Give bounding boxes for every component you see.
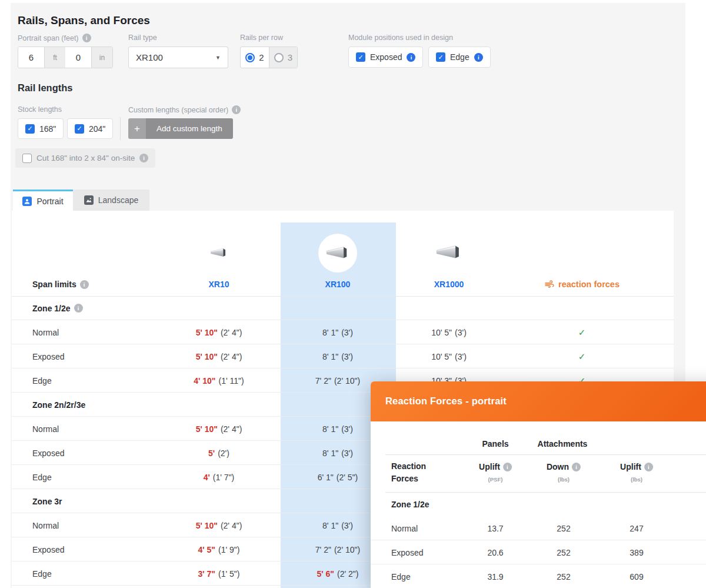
plus-icon: + [128,118,146,139]
custom-lengths-label: Custom lengths (special order) i [128,105,241,114]
dialog-title: Reaction Forces - portrait [385,396,507,407]
cell-xr100: 8' 1"(3') [322,441,353,465]
cell-down-lbs: 252 [557,516,570,540]
divider [385,492,706,493]
cell-uplift-psf: 31.9 [487,564,503,588]
rail-type-label: Rail type [128,34,157,42]
air-forces-icon [544,279,555,290]
tab-portrait[interactable]: Portrait [13,190,73,211]
tab-landscape[interactable]: Landscape [73,190,149,211]
reaction-forces-dialog: Reaction Forces - portrait Panels Attach… [371,381,706,588]
rails-per-row-option-2[interactable]: 2 [241,47,269,68]
row-label: Normal [32,320,59,344]
chevron-down-icon: ▼ [215,55,221,61]
column-header-uplift-lbs: Uplift i [620,460,653,474]
section-name: Zone 2n/2r/3e [32,393,85,417]
row-label: Normal [32,513,59,537]
row-label: Normal [32,417,59,441]
row-label: Exposed [32,344,64,368]
cell-xr100: 7' 2"(2' 10") [315,537,360,562]
column-header-reaction-forces[interactable]: reaction forces [544,275,620,293]
rail-type-select[interactable]: XR100 ▼ [128,46,228,68]
row-label: Exposed [391,540,423,564]
portrait-icon [22,197,32,206]
dialog-header[interactable]: Reaction Forces - portrait [371,381,706,421]
cell-xr10: 5' 10"(2' 4") [196,513,242,537]
unit-label-lbs: (lbs) [558,476,570,483]
unit-label-psf: (PSF) [488,476,503,483]
info-icon[interactable]: i [644,463,653,471]
cell-down-lbs: 252 [557,540,570,564]
column-header-xr10[interactable]: XR10 [208,275,229,293]
row-label: Exposed [32,441,64,465]
xr100-rail-image [326,246,350,261]
rails-per-row-option-3[interactable]: 3 [269,47,297,68]
column-header-down-lbs: Down i [547,460,581,474]
xr10-rail-image [208,248,230,260]
unit-label-lbs: (lbs) [631,476,642,483]
cell-xr1000: 10' 5"(3') [431,320,467,344]
row-label: Edge [391,564,411,588]
info-icon[interactable]: i [503,463,512,471]
checkbox-checked-icon: ✓ [356,52,365,62]
column-header-uplift-psf: Uplift i [479,460,512,474]
xr1000-rail-image [437,244,462,262]
cell-xr1000: 10' 5"(3') [431,344,467,368]
cell-down-lbs: 252 [557,564,570,588]
cell-xr10: 4' 5"(1' 9") [198,537,240,562]
stock-lengths-label: Stock lengths [18,105,62,114]
cell-xr10: 5' 10"(2' 4") [196,344,242,368]
section-name: Zone 3r [32,489,62,513]
cell-xr100: 8' 1"(3') [322,344,353,368]
cell-uplift-lbs: 247 [630,516,643,540]
cell-xr100: 6' 1"(2' 5") [318,465,358,489]
column-header-xr100[interactable]: XR100 [325,275,351,293]
row-label: Edge [32,465,52,489]
feet-input[interactable]: 6 [18,47,44,68]
table-row: Normal 5' 10"(2' 4") 8' 1"(3') 10' 5"(3'… [12,320,674,344]
feet-unit-label: ft [44,47,65,68]
cell-xr100: 5' 6"(2' 2") [317,562,359,586]
info-icon[interactable]: i [74,304,83,313]
dialog-zone-header: Zone 1/2e [391,492,429,516]
cell-reaction: ✓ [578,320,586,344]
edge-checkbox-card[interactable]: ✓ Edge i [428,46,491,68]
divider [120,117,121,140]
info-icon[interactable]: i [474,53,483,62]
row-label: Exposed [32,537,64,562]
column-header-xr1000[interactable]: XR1000 [434,275,464,293]
cell-xr10: 5'(2') [208,441,229,465]
group-header-attachments: Attachments [538,435,588,453]
checkbox-unchecked-icon [22,154,32,163]
radio-unselected-icon [274,53,284,62]
module-positions-label: Module positions used in design [348,34,453,42]
add-custom-length-button[interactable]: + Add custom length [128,118,233,139]
info-icon[interactable]: i [82,34,91,42]
cell-xr100: 8' 1"(3') [322,417,353,441]
table-row: Normal 13.7 252 247 [371,516,706,540]
portrait-span-label: Portrait span (feet) i [18,34,91,42]
checkbox-checked-icon: ✓ [436,52,445,62]
cell-xr100: 7' 2"(2' 10") [315,368,360,393]
cell-xr10: 4'(1' 7") [204,465,235,489]
inches-unit-label: in [91,47,112,68]
info-icon[interactable]: i [572,463,581,471]
rails-per-row-label: Rails per row [240,34,283,42]
info-icon[interactable]: i [232,105,241,114]
stock-204-checkbox-card[interactable]: ✓ 204" [67,118,113,139]
table-row: Exposed 20.6 252 389 [371,540,706,564]
cell-uplift-lbs: 609 [630,564,643,588]
radio-selected-icon [245,53,255,62]
row-label: Normal [391,516,418,540]
stock-168-checkbox-card[interactable]: ✓ 168" [18,118,64,139]
info-icon[interactable]: i [407,53,415,62]
cell-uplift-psf: 13.7 [487,516,503,540]
info-icon[interactable]: i [80,280,89,289]
exposed-checkbox-card[interactable]: ✓ Exposed i [348,46,423,68]
table-row: Edge 31.9 252 609 [371,564,706,588]
cut-168-checkbox[interactable]: Cut 168" into 2 x 84" on-site i [15,148,155,168]
group-header-panels: Panels [482,435,508,453]
inches-input[interactable]: 0 [65,47,91,68]
info-icon[interactable]: i [139,154,148,162]
pass-check-icon: ✓ [578,351,586,362]
